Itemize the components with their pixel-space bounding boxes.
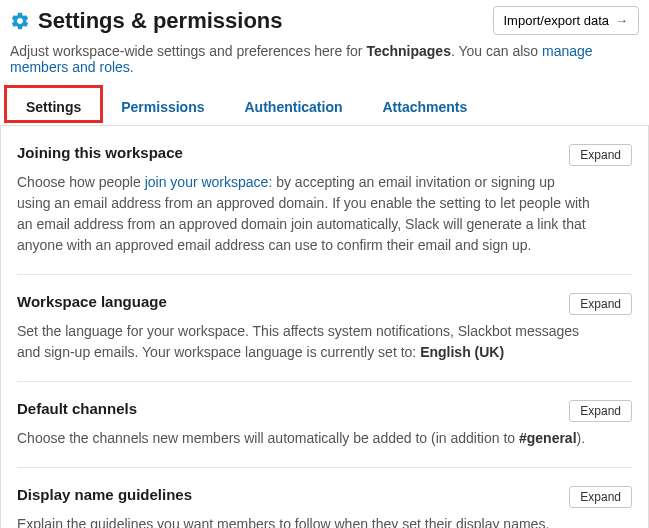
sections-container: Joining this workspace Expand Choose how… xyxy=(0,126,649,528)
section-title-joining: Joining this workspace xyxy=(17,144,183,161)
expand-button-joining[interactable]: Expand xyxy=(569,144,632,166)
tab-settings[interactable]: Settings xyxy=(6,89,101,125)
expand-button-default-channels[interactable]: Expand xyxy=(569,400,632,422)
section-joining-workspace: Joining this workspace Expand Choose how… xyxy=(17,126,632,275)
section-display-guidelines: Display name guidelines Expand Explain t… xyxy=(17,468,632,528)
expand-button-language[interactable]: Expand xyxy=(569,293,632,315)
section-default-channels: Default channels Expand Choose the chann… xyxy=(17,382,632,468)
section-desc-joining: Choose how people join your workspace: b… xyxy=(17,172,632,256)
section-desc-display-guidelines: Explain the guidelines you want members … xyxy=(17,514,632,528)
join-workspace-link[interactable]: join your workspace xyxy=(145,174,269,190)
subheader-text: Adjust workspace-wide settings and prefe… xyxy=(0,35,649,85)
section-title-display-guidelines: Display name guidelines xyxy=(17,486,192,503)
gear-icon xyxy=(10,11,30,31)
current-language: English (UK) xyxy=(420,344,504,360)
section-workspace-language: Workspace language Expand Set the langua… xyxy=(17,275,632,382)
expand-button-display-guidelines[interactable]: Expand xyxy=(569,486,632,508)
tab-permissions[interactable]: Permissions xyxy=(101,89,224,125)
tab-authentication[interactable]: Authentication xyxy=(225,89,363,125)
section-desc-language: Set the language for your workspace. Thi… xyxy=(17,321,632,363)
section-desc-default-channels: Choose the channels new members will aut… xyxy=(17,428,632,449)
arrow-right-icon: → xyxy=(615,13,628,28)
tab-attachments[interactable]: Attachments xyxy=(363,89,488,125)
page-title: Settings & permissions xyxy=(38,8,283,34)
import-export-label: Import/export data xyxy=(504,13,610,28)
section-title-language: Workspace language xyxy=(17,293,167,310)
general-channel: #general xyxy=(519,430,577,446)
import-export-button[interactable]: Import/export data → xyxy=(493,6,640,35)
workspace-name: Technipages xyxy=(366,43,451,59)
tabs-nav: SettingsPermissionsAuthenticationAttachm… xyxy=(0,89,649,126)
section-title-default-channels: Default channels xyxy=(17,400,137,417)
